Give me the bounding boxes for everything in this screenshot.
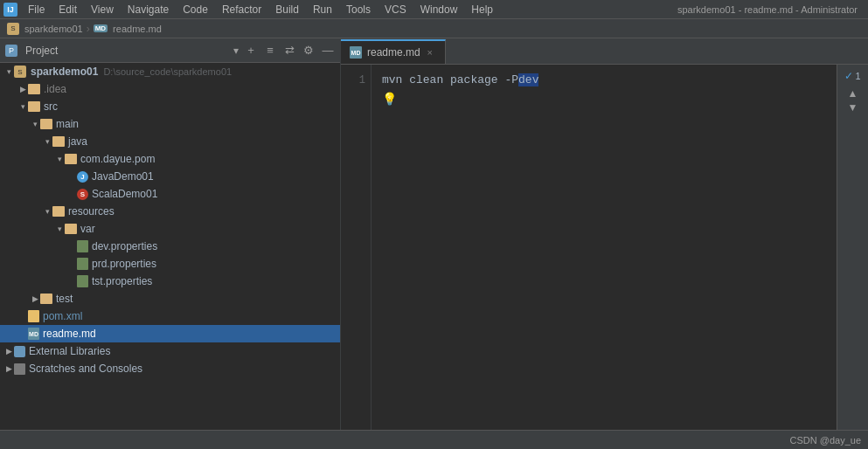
tab-bar: MD readme.md × — [341, 38, 868, 65]
scroll-up-icon[interactable]: ▲ — [848, 87, 858, 100]
main-content: P Project ▾ + ≡ ⇄ ⚙ — ▾ S sparkdemo01 D:… — [0, 38, 868, 430]
menu-vcs[interactable]: VCS — [378, 2, 413, 17]
properties-icon-tst — [77, 275, 88, 287]
java-icon-javademo01: J — [77, 171, 88, 183]
tree-label-readme-md: readme.md — [43, 328, 96, 340]
arrow-icon-java: ▾ — [42, 136, 52, 147]
arrow-icon-src: ▾ — [17, 101, 28, 112]
tree-path-sparkdemo01: D:\source_code\sparkdemo01 — [103, 66, 232, 77]
menu-build[interactable]: Build — [268, 2, 306, 17]
tree-item-scratches[interactable]: ▶ Scratches and Consoles — [0, 360, 340, 377]
window-title: sparkdemo01 - readme.md - Administrator — [677, 4, 865, 15]
status-bar: CSDN @day_ue — [0, 430, 868, 449]
tree-item-dev-properties[interactable]: ▶ dev.properties — [0, 238, 340, 255]
folder-icon-var — [65, 224, 77, 234]
md-icon-readme: MD — [28, 328, 39, 340]
tree-label-pom-xml: pom.xml — [43, 310, 82, 322]
add-icon[interactable]: + — [244, 44, 258, 58]
code-area[interactable]: mvn clean package -Pdev 💡 — [372, 65, 837, 430]
code-highlight-dev: dev — [518, 73, 538, 86]
tree-item-external-libraries[interactable]: ▶ External Libraries — [0, 342, 340, 360]
arrow-icon-scratches: ▶ — [3, 363, 14, 374]
folder-icon-idea — [28, 84, 40, 94]
menu-code[interactable]: Code — [176, 2, 215, 17]
file-tree: ▾ S sparkdemo01 D:\source_code\sparkdemo… — [0, 63, 340, 430]
code-line-1: mvn clean package -Pdev — [382, 72, 826, 89]
arrow-icon-external-libraries: ▶ — [3, 346, 14, 356]
settings-icon[interactable]: ⚙ — [302, 44, 316, 58]
tree-item-var[interactable]: ▾ var — [0, 220, 340, 238]
tree-item-src[interactable]: ▾ src — [0, 98, 340, 115]
tree-item-scalademo01[interactable]: ▶ S ScalaDemo01 — [0, 185, 340, 203]
sync-icon[interactable]: ⇄ — [282, 44, 296, 58]
xml-icon-pom — [28, 310, 39, 322]
tree-item-resources[interactable]: ▾ resources — [0, 203, 340, 220]
tree-label-test: test — [56, 293, 73, 305]
app-icon: IJ — [3, 3, 17, 17]
lightbulb-icon[interactable]: 💡 — [382, 91, 826, 108]
tree-item-main[interactable]: ▾ main — [0, 115, 340, 133]
tree-item-readme-md[interactable]: ▶ MD readme.md — [0, 325, 340, 342]
menu-view[interactable]: View — [84, 2, 121, 17]
arrow-icon-main: ▾ — [30, 119, 40, 129]
tab-readme-md[interactable]: MD readme.md × — [341, 39, 446, 64]
breadcrumb-file[interactable]: MD readme.md — [94, 24, 162, 34]
menu-file[interactable]: File — [21, 2, 52, 17]
tree-item-tst-properties[interactable]: ▶ tst.properties — [0, 273, 340, 290]
sidebar-toolbar: P Project ▾ + ≡ ⇄ ⚙ — — [0, 38, 340, 63]
menu-help[interactable]: Help — [464, 2, 500, 17]
menu-window[interactable]: Window — [413, 2, 465, 17]
scroll-down-icon[interactable]: ▼ — [848, 101, 858, 114]
breadcrumb-file-label: readme.md — [113, 24, 162, 34]
menu-navigate[interactable]: Navigate — [121, 2, 176, 17]
arrow-icon-idea: ▶ — [17, 84, 28, 94]
menu-tools[interactable]: Tools — [339, 2, 378, 17]
tree-item-prd-properties[interactable]: ▶ prd.properties — [0, 255, 340, 273]
sidebar-dropdown-icon[interactable]: ▾ — [233, 45, 239, 57]
inspection-badge-row[interactable]: ✓ 1 — [841, 68, 864, 84]
libraries-icon — [14, 346, 25, 357]
file-badge-icon: MD — [94, 24, 108, 32]
line-numbers: 1 — [341, 65, 372, 430]
status-text: CSDN @day_ue — [790, 435, 861, 446]
tab-close-button[interactable]: × — [424, 46, 436, 59]
tree-item-idea[interactable]: ▶ .idea — [0, 80, 340, 98]
menu-edit[interactable]: Edit — [52, 2, 84, 17]
tab-md-icon: MD — [350, 46, 362, 59]
tree-label-tst-properties: tst.properties — [92, 275, 152, 287]
project-icon: P — [5, 45, 17, 57]
tree-item-com-dayue[interactable]: ▾ com.dayue.pom — [0, 150, 340, 168]
tree-item-sparkdemo01[interactable]: ▾ S sparkdemo01 D:\source_code\sparkdemo… — [0, 63, 340, 80]
scala-icon-scalademo01: S — [77, 189, 88, 200]
tree-label-main: main — [56, 118, 79, 130]
list-icon[interactable]: ≡ — [263, 44, 277, 58]
tree-label-sparkdemo01: sparkdemo01 — [31, 66, 98, 78]
breadcrumb-project[interactable]: S sparkdemo01 — [7, 23, 83, 35]
scratches-icon — [14, 363, 25, 375]
minimize-icon[interactable]: — — [321, 44, 335, 58]
arrow-icon-resources: ▾ — [42, 206, 52, 217]
tree-item-javademo01[interactable]: ▶ J JavaDemo01 — [0, 168, 340, 185]
tree-label-var: var — [80, 223, 95, 235]
folder-icon-src — [28, 101, 40, 112]
folder-icon-main — [40, 119, 52, 129]
code-text-mvn: mvn clean package -P — [382, 73, 518, 86]
tree-item-test[interactable]: ▶ test — [0, 290, 340, 307]
tree-label-scratches: Scratches and Consoles — [29, 363, 142, 375]
inspection-count: 1 — [855, 71, 860, 81]
tree-label-java: java — [68, 135, 87, 148]
tree-label-javademo01: JavaDemo01 — [92, 170, 154, 183]
tree-item-java[interactable]: ▾ java — [0, 133, 340, 150]
project-folder-icon: S — [7, 23, 19, 35]
checkmark-icon: ✓ — [844, 70, 853, 82]
menu-run[interactable]: Run — [306, 2, 339, 17]
tree-label-prd-properties: prd.properties — [92, 258, 156, 270]
tree-item-pom-xml[interactable]: ▶ pom.xml — [0, 307, 340, 325]
folder-icon-resources — [52, 206, 65, 217]
menu-refactor[interactable]: Refactor — [215, 2, 268, 17]
editor-right-gutter: ✓ 1 ▲ ▼ — [837, 65, 868, 430]
tree-label-idea: .idea — [44, 83, 66, 95]
breadcrumb-bar: S sparkdemo01 › MD readme.md — [0, 19, 868, 38]
properties-icon-dev — [77, 240, 88, 252]
line-number-1: 1 — [346, 72, 365, 89]
